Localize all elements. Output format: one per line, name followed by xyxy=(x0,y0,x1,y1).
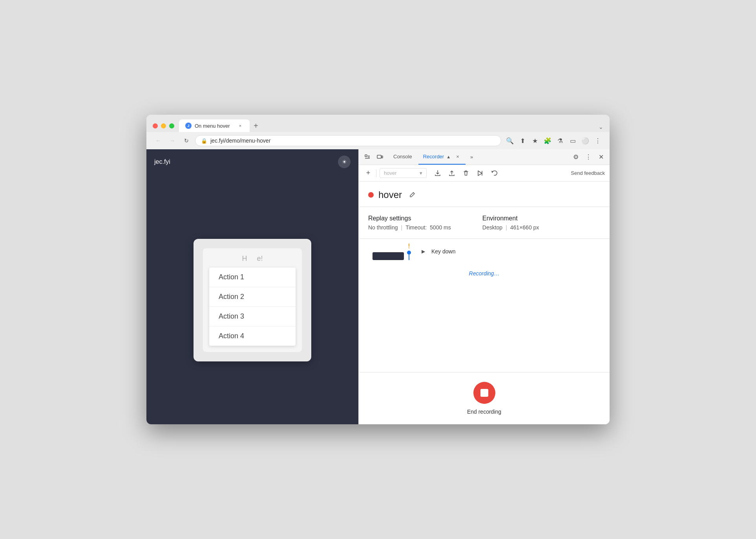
devtools-tab-bar: Console Recorder ▲ × » ⚙ ⋮ ✕ xyxy=(359,149,610,165)
nav-bar: ← → ↻ 🔒 jec.fyi/demo/menu-hover 🔍 ⬆ ★ 🧩 … xyxy=(146,132,610,149)
environment-title: Environment xyxy=(482,215,539,222)
dropdown-arrow-icon: ▾ xyxy=(420,170,422,176)
tab-console[interactable]: Console xyxy=(389,149,417,165)
recorder-toolbar: + hover ▾ xyxy=(359,165,610,182)
settings-gear-button[interactable]: ⚙ xyxy=(570,152,581,163)
recorder-action-buttons xyxy=(431,168,500,179)
end-recording-label: End recording xyxy=(467,409,501,415)
recorder-tab-close[interactable]: × xyxy=(455,154,461,160)
lock-icon: 🔒 xyxy=(201,138,207,144)
theme-toggle-button[interactable]: ☀ xyxy=(338,156,351,168)
maximize-button[interactable] xyxy=(169,123,174,128)
step-vertical-line xyxy=(409,254,409,260)
minimize-button[interactable] xyxy=(161,123,166,128)
browser-window: J On menu hover × + ⌄ ← → ↻ 🔒 jec.fyi/de… xyxy=(146,115,610,424)
svg-rect-1 xyxy=(377,155,381,158)
undo-button[interactable] xyxy=(488,168,500,179)
main-content: jec.fyi ☀ H e! Action 1 Action 2 xyxy=(146,149,610,424)
devtools-close-button[interactable]: ✕ xyxy=(595,152,606,163)
reload-button[interactable]: ↻ xyxy=(181,135,192,146)
recording-name-label: hover xyxy=(378,189,402,200)
tab-bar-chevron: ⌄ xyxy=(599,123,603,132)
recording-header: hover xyxy=(359,182,610,207)
dropdown-menu: Action 1 Action 2 Action 3 Action 4 xyxy=(209,268,296,346)
new-tab-button[interactable]: + xyxy=(250,120,262,132)
replay-settings-detail: No throttling | Timeout: 5000 ms xyxy=(368,224,451,231)
menu-icon-btn[interactable]: ⋮ xyxy=(592,135,603,146)
step-warning-icon: ! xyxy=(408,243,410,250)
device-icon-btn[interactable] xyxy=(374,152,385,163)
recording-status-label: Recording… xyxy=(359,264,610,283)
device-label: Desktop xyxy=(482,224,502,231)
inspect-icon-btn[interactable] xyxy=(362,152,373,163)
environment-detail: Desktop | 461×660 px xyxy=(482,224,539,231)
back-button[interactable]: ← xyxy=(153,135,164,146)
more-tabs-button[interactable]: » xyxy=(467,152,476,161)
address-text: jec.fyi/demo/menu-hover xyxy=(210,138,495,144)
step-timeline: ! xyxy=(368,243,415,260)
environment-col: Environment Desktop | 461×660 px xyxy=(482,215,539,231)
menu-item-4[interactable]: Action 4 xyxy=(209,326,296,346)
step-keydown-item[interactable]: ! ▶ Key down xyxy=(359,239,610,264)
export-button[interactable] xyxy=(431,168,444,179)
bookmark-icon-btn[interactable]: ★ xyxy=(530,135,541,146)
dimensions-label: 461×660 px xyxy=(510,224,539,231)
active-tab[interactable]: J On menu hover × xyxy=(179,119,250,132)
card-text: H e! xyxy=(209,255,296,263)
sidebar-icon-btn[interactable]: ▭ xyxy=(567,135,578,146)
menu-item-1[interactable]: Action 1 xyxy=(209,268,296,287)
traffic-lights xyxy=(153,123,174,128)
steps-section: ! ▶ Key down Recording… xyxy=(359,239,610,372)
tab-recorder[interactable]: Recorder ▲ × xyxy=(418,149,466,165)
menu-item-2[interactable]: Action 2 xyxy=(209,287,296,307)
import-button[interactable] xyxy=(446,168,458,179)
replay-settings-col: Replay settings No throttling | Timeout:… xyxy=(368,215,451,231)
send-feedback-link[interactable]: Send feedback xyxy=(571,170,605,176)
delete-button[interactable] xyxy=(460,168,472,179)
address-bar[interactable]: 🔒 jec.fyi/demo/menu-hover xyxy=(195,135,501,146)
svg-rect-0 xyxy=(365,155,367,157)
flask-icon-btn[interactable]: ⚗ xyxy=(555,135,566,146)
site-logo: jec.fyi xyxy=(154,158,170,165)
tab-favicon: J xyxy=(185,123,192,129)
end-recording-button[interactable] xyxy=(473,382,495,404)
timeout-label: Timeout: xyxy=(405,224,427,231)
profile-icon-btn[interactable]: ⚪ xyxy=(580,135,591,146)
devtools-settings-bar: ⚙ ⋮ ✕ xyxy=(570,152,606,163)
svg-rect-2 xyxy=(382,156,383,158)
step-expand-icon[interactable]: ▶ xyxy=(422,249,425,254)
tab-bar: J On menu hover × + ⌄ xyxy=(179,119,603,132)
edit-recording-name-button[interactable] xyxy=(407,189,418,200)
devtools-left-icons xyxy=(362,152,385,163)
end-recording-section: End recording xyxy=(359,372,610,424)
add-recording-button[interactable]: + xyxy=(363,169,373,178)
site-body: H e! Action 1 Action 2 Action 3 xyxy=(146,174,358,424)
recording-selector-dropdown[interactable]: hover ▾ xyxy=(380,168,427,178)
close-button[interactable] xyxy=(153,123,158,128)
menu-item-3[interactable]: Action 3 xyxy=(209,307,296,326)
devtools-panel: Console Recorder ▲ × » ⚙ ⋮ ✕ + xyxy=(358,149,610,424)
tab-close-button[interactable]: × xyxy=(237,123,243,129)
step-timeline-bar xyxy=(373,252,404,260)
share-icon-btn[interactable]: ⬆ xyxy=(517,135,528,146)
throttling-label: No throttling xyxy=(368,224,398,231)
devtools-more-menu-button[interactable]: ⋮ xyxy=(583,152,594,163)
website-panel: jec.fyi ☀ H e! Action 1 Action 2 xyxy=(146,149,358,424)
replay-settings-section: Replay settings No throttling | Timeout:… xyxy=(359,207,610,239)
demo-card: H e! Action 1 Action 2 Action 3 xyxy=(194,239,311,361)
toolbar-divider xyxy=(376,169,376,177)
recording-indicator-dot xyxy=(368,192,374,198)
stop-icon xyxy=(480,389,488,397)
replay-settings-title: Replay settings xyxy=(368,215,451,222)
demo-card-inner: H e! Action 1 Action 2 Action 3 xyxy=(203,248,302,352)
extension-icon-btn[interactable]: 🧩 xyxy=(542,135,553,146)
replay-button[interactable] xyxy=(474,168,486,179)
forward-button[interactable]: → xyxy=(167,135,178,146)
search-icon-btn[interactable]: 🔍 xyxy=(504,135,515,146)
nav-icons: 🔍 ⬆ ★ 🧩 ⚗ ▭ ⚪ ⋮ xyxy=(504,135,603,146)
site-header: jec.fyi ☀ xyxy=(146,149,358,174)
timeout-value: 5000 ms xyxy=(430,224,451,231)
step-keydown-label: Key down xyxy=(431,248,455,255)
title-bar: J On menu hover × + ⌄ xyxy=(146,115,610,132)
tab-label: On menu hover xyxy=(195,123,234,129)
